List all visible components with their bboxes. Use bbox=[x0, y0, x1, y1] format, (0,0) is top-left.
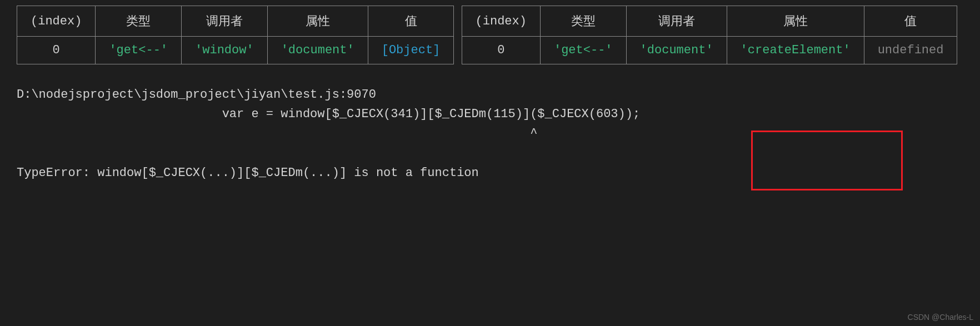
error-output: D:\nodejsproject\jsdom_project\jiyan\tes… bbox=[17, 85, 963, 183]
header-index: (index) bbox=[17, 6, 96, 37]
output-error-line: TypeError: window[$_CJECX(...)][$_CJEDm(… bbox=[17, 166, 479, 180]
header-caller: 调用者 bbox=[182, 6, 268, 37]
table-row: 0 'get<--' 'window' 'document' [Object] bbox=[17, 37, 454, 64]
cell-prop: 'document' bbox=[267, 37, 368, 64]
output-code-line: var e = window[$_CJECX(341)][$_CJEDm(115… bbox=[17, 107, 640, 121]
header-prop: 属性 bbox=[267, 6, 368, 37]
cell-index: 0 bbox=[17, 37, 96, 64]
cell-type: 'get<--' bbox=[96, 37, 182, 64]
header-index: (index) bbox=[462, 6, 540, 37]
cell-caller: 'window' bbox=[182, 37, 268, 64]
table-header-row: (index) 类型 调用者 属性 值 bbox=[462, 6, 957, 37]
watermark: CSDN @Charles-L bbox=[908, 313, 973, 322]
output-file-line: D:\nodejsproject\jsdom_project\jiyan\tes… bbox=[17, 88, 376, 102]
output-caret-line: ^ bbox=[17, 127, 537, 141]
cell-index: 0 bbox=[462, 37, 540, 64]
cell-value: undefined bbox=[864, 37, 957, 64]
header-caller: 调用者 bbox=[626, 6, 727, 37]
console-table-1: (index) 类型 调用者 属性 值 0 'get<--' 'window' … bbox=[17, 6, 454, 64]
header-value: 值 bbox=[368, 6, 454, 37]
header-type: 类型 bbox=[540, 6, 626, 37]
table-row: 0 'get<--' 'document' 'createElement' un… bbox=[462, 37, 957, 64]
table-header-row: (index) 类型 调用者 属性 值 bbox=[17, 6, 454, 37]
console-table-2: (index) 类型 调用者 属性 值 0 'get<--' 'document… bbox=[462, 6, 958, 64]
cell-value: [Object] bbox=[368, 37, 454, 64]
header-prop: 属性 bbox=[727, 6, 864, 37]
cell-type: 'get<--' bbox=[540, 37, 626, 64]
header-type: 类型 bbox=[96, 6, 182, 37]
cell-caller: 'document' bbox=[626, 37, 727, 64]
header-value: 值 bbox=[864, 6, 957, 37]
cell-prop: 'createElement' bbox=[727, 37, 864, 64]
